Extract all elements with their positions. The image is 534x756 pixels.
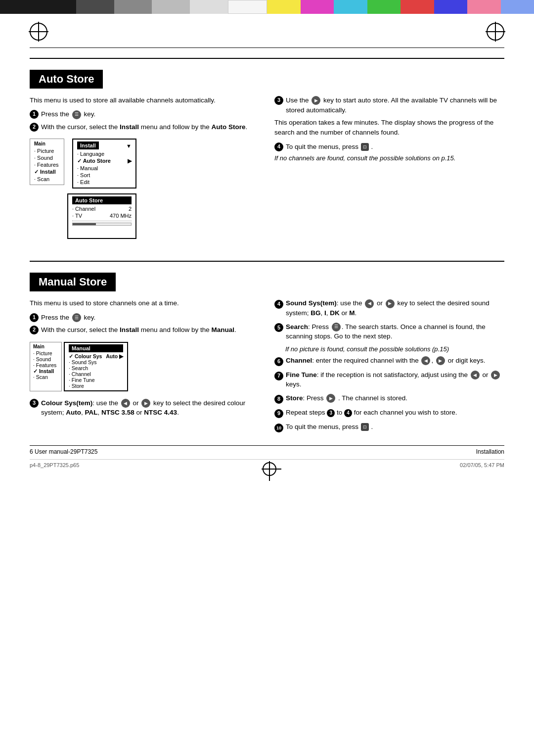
manual-store-left: This menu is used to store channels one … bbox=[30, 298, 260, 436]
manual-step5: 5 Search: Press ☰. The search starts. On… bbox=[274, 322, 504, 341]
color-block-darkgray bbox=[76, 0, 114, 14]
step1-circle: 1 bbox=[30, 110, 39, 119]
manual-store-item: · Store bbox=[69, 383, 123, 389]
manual-step9-text: Repeat steps 3 to 4 for each channel you… bbox=[286, 408, 457, 418]
install-item-edit: · Edit bbox=[77, 179, 132, 186]
manual-store-description: This menu is used to store channels one … bbox=[30, 298, 260, 308]
manual-step7: 7 Fine Tune: if the reception is not sat… bbox=[274, 370, 504, 389]
auto-store-description: This menu is used to store all available… bbox=[30, 95, 260, 105]
auto-store-note: If no channels are found, consult the po… bbox=[274, 154, 504, 162]
store-key8: ▶ bbox=[326, 394, 335, 403]
color-block-white bbox=[228, 0, 267, 14]
auto-store-left: This menu is used to store all available… bbox=[30, 95, 260, 246]
color-block-verylightgray bbox=[190, 0, 228, 14]
crosshair-bottom-center bbox=[263, 462, 276, 476]
autostore-tv-label: · TV bbox=[72, 213, 82, 219]
color-block-black bbox=[0, 0, 38, 14]
auto-store-step4: 4 To quit the menus, press ⊡ . bbox=[274, 142, 504, 152]
quit-key10: ⊡ bbox=[361, 423, 369, 431]
manual-step3-circle: 3 bbox=[30, 399, 39, 408]
manual-step10: 10 To quit the menus, press ⊡ . bbox=[274, 422, 504, 433]
step1-text: Press the ☰ key. bbox=[41, 109, 95, 119]
manual-main-scan: · Scan bbox=[33, 374, 58, 380]
install-item-manual: · Manual bbox=[77, 165, 132, 172]
right-key4: ▶ bbox=[386, 299, 395, 308]
auto-store-step3-desc: This operation takes a few minutes. The … bbox=[274, 118, 504, 138]
top-color-bar bbox=[0, 0, 534, 14]
color-block-gray bbox=[114, 0, 152, 14]
quit-key-icon: ⊡ bbox=[361, 143, 369, 151]
manual-store-step2: 2 With the cursor, select the Install me… bbox=[30, 325, 260, 335]
registration-marks-row bbox=[30, 14, 504, 46]
crosshair-right bbox=[487, 23, 504, 41]
progress-bar bbox=[72, 223, 132, 226]
manual-step10-text: To quit the menus, press ⊡ . bbox=[286, 422, 373, 432]
left-key7: ◀ bbox=[471, 371, 480, 379]
autostore-channel-value: 2 bbox=[129, 206, 132, 212]
manual-fine-tune: · Fine Tune bbox=[69, 377, 123, 383]
circle5: 5 bbox=[274, 323, 283, 332]
main-item-scan: · Scan bbox=[34, 176, 60, 183]
manual-step6-text: Channel: enter the required channel with… bbox=[286, 356, 485, 366]
manual-search: · Search bbox=[69, 365, 123, 371]
autostore-menu-header: Auto Store bbox=[72, 196, 132, 204]
autostore-tv-row: · TV 470 MHz bbox=[72, 212, 132, 219]
manual-step4-text: Sound Sys(tem): use the ◀ or ▶ key to se… bbox=[286, 298, 504, 318]
manual-main-sound: · Sound bbox=[33, 356, 58, 362]
empty-row bbox=[72, 227, 132, 236]
manual-step7-text: Fine Tune: if the reception is not satis… bbox=[286, 370, 504, 389]
manual-colour-sys-value: Auto ▶ bbox=[106, 353, 123, 359]
manual-step7-num: 7 bbox=[274, 371, 283, 380]
manual-step2-circle: 2 bbox=[30, 326, 39, 334]
manual-main-features: · Features bbox=[33, 362, 58, 368]
auto-store-top-rule bbox=[30, 58, 504, 59]
search-key5: ☰ bbox=[332, 323, 341, 331]
right-key-icon: ▶ bbox=[141, 399, 150, 408]
install-item-language: · Language bbox=[77, 150, 132, 157]
manual-step8-text: Store: Press ▶ . The channel is stored. bbox=[286, 393, 407, 403]
color-block-red bbox=[400, 0, 434, 14]
color-block-black2 bbox=[38, 0, 76, 14]
manual-step4: 4 Sound Sys(tem): use the ◀ or ▶ key to … bbox=[274, 298, 504, 318]
step2-circle: 2 bbox=[30, 123, 39, 132]
manual-menu-header: Manual bbox=[69, 344, 123, 352]
manual-step5-note: If no picture is found, consult the poss… bbox=[274, 345, 504, 353]
color-block-lightblue bbox=[501, 0, 534, 14]
page-footer-bottom: p4-8_29PT7325.p65 02/07/05, 5:47 PM bbox=[30, 459, 504, 477]
autostore-submenu-panel: Auto Store · Channel 2 · TV 470 MHz bbox=[67, 193, 136, 239]
manual-step8-num: 8 bbox=[274, 394, 283, 404]
manual-step10-num: 10 bbox=[274, 423, 283, 433]
manual-store-step3: 3 Colour Sys(tem): use the ◀ or ▶ key to… bbox=[30, 398, 260, 418]
footer-left: 6 User manual-29PT7325 bbox=[30, 448, 97, 455]
manual-main-install: ✓ Install bbox=[33, 368, 58, 374]
manual-store-menu-diagram: Main · Picture · Sound · Features ✓ Inst… bbox=[30, 342, 168, 391]
manual-step8: 8 Store: Press ▶ . The channel is stored… bbox=[274, 393, 504, 404]
auto-store-menu-diagram: Main · Picture · Sound · Features ✓ Inst… bbox=[30, 139, 183, 239]
main-item-install: ✓ Install bbox=[34, 168, 60, 176]
circle4: 4 bbox=[274, 300, 283, 309]
circle3-ref: 3 bbox=[327, 409, 335, 417]
color-block-green bbox=[367, 0, 401, 14]
dotted-separator bbox=[72, 221, 132, 221]
autostore-channel-label: · Channel bbox=[72, 206, 95, 212]
manual-step3-text: Colour Sys(tem): use the ◀ or ▶ key to s… bbox=[41, 398, 260, 418]
step3-circle: 3 bbox=[274, 96, 283, 105]
auto-store-step3: 3 Use the ▶ key to start auto store. All… bbox=[274, 95, 504, 115]
main-item-features: · Features bbox=[34, 161, 60, 168]
color-block-magenta bbox=[301, 0, 334, 14]
manual-colour-sys-label: ✓ Colour Sys bbox=[69, 353, 102, 359]
autostore-tv-value: 470 MHz bbox=[110, 213, 132, 219]
footer-bottom-right: 02/07/05, 5:47 PM bbox=[460, 462, 504, 477]
manual-main-panel: Main · Picture · Sound · Features ✓ Inst… bbox=[30, 342, 62, 391]
left-key-icon: ◀ bbox=[121, 399, 130, 408]
manual-main-picture: · Picture bbox=[33, 350, 58, 356]
install-arrow: ▼ bbox=[126, 143, 132, 149]
manual-step1-circle: 1 bbox=[30, 313, 39, 322]
manual-step9: 9 Repeat steps 3 to 4 for each channel y… bbox=[274, 408, 504, 418]
color-block-yellow bbox=[267, 0, 301, 14]
manual-step1-text: Press the ☰ key. bbox=[41, 313, 95, 323]
main-menu-panel: Main · Picture · Sound · Features ✓ Inst… bbox=[30, 139, 64, 185]
step3-text: Use the ▶ key to start auto store. All t… bbox=[286, 95, 504, 115]
top-rule bbox=[30, 47, 504, 48]
step4-text: To quit the menus, press ⊡ . bbox=[286, 142, 373, 152]
